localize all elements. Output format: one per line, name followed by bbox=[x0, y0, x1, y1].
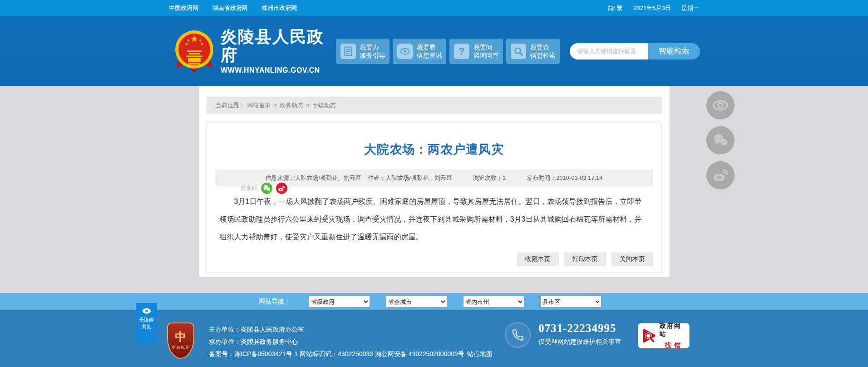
eye-icon bbox=[142, 307, 152, 314]
party-gov-agency-badge[interactable]: 中 党政机关 bbox=[167, 322, 194, 359]
site-nav-bar: 网站导航： 省级政府 省会城市 省内市州 县市区 bbox=[0, 293, 868, 310]
organizer-line: 主办单位：炎陵县人民政府办公室 bbox=[209, 323, 493, 336]
share-label: 分享到 bbox=[241, 184, 257, 192]
meta-views: 浏览次数：1 bbox=[473, 174, 506, 182]
quick-button-information[interactable]: 我要看信息资讯 bbox=[393, 39, 446, 64]
phone-note: 仅受理网站建设维护相关事宜 bbox=[538, 338, 621, 346]
agency-badge-label: 党政机关 bbox=[172, 345, 190, 351]
undertaker-line: 承办单位：炎陵县政务服务中心 bbox=[209, 336, 493, 348]
weibo-share-icon[interactable] bbox=[276, 183, 287, 194]
wechat-share-icon[interactable] bbox=[261, 183, 272, 194]
content-panel: 当前位置： 网站首页 > 政务动态 > 乡镇动态 大院农场：两农户遭风灾 信息来… bbox=[199, 86, 670, 277]
link-hunan-gov[interactable]: 湖南省政府网 bbox=[212, 5, 247, 11]
smart-search-button[interactable]: 智能检索 bbox=[648, 43, 700, 60]
agency-badge-emblem-icon: 中 bbox=[175, 331, 187, 343]
site-nav-label: 网站导航： bbox=[259, 298, 291, 306]
error-badge-subtitle: 找错 bbox=[660, 342, 686, 350]
phone-text: 0731-22234995 仅受理网站建设维护相关事宜 bbox=[538, 322, 621, 346]
filing-line: 备案号：湘ICP备05003421号-1 网站标识码：4302250033 湘公… bbox=[209, 348, 493, 360]
breadcrumb: 当前位置： 网站首页 > 政务动态 > 乡镇动态 bbox=[207, 97, 662, 114]
weibo-icon[interactable] bbox=[706, 161, 735, 189]
breadcrumb-separator: > bbox=[274, 102, 277, 109]
close-page-button[interactable]: 关闭本页 bbox=[612, 253, 653, 266]
accessibility-eye-icon[interactable] bbox=[706, 91, 735, 119]
accessibility-label: 无障碍 bbox=[139, 317, 154, 322]
quick-button-title: 我要查 bbox=[530, 44, 549, 51]
topbar-right: 简/ 繁 2021年5月3日 星期一 bbox=[598, 4, 699, 12]
breadcrumb-gov-news[interactable]: 政务动态 bbox=[280, 101, 303, 109]
wechat-icon[interactable] bbox=[706, 126, 735, 154]
article-actions: 收藏本页 打印本页 关闭本页 bbox=[512, 253, 653, 266]
search-icon bbox=[511, 44, 526, 59]
quick-button-title: 我要办 bbox=[360, 44, 379, 51]
breadcrumb-separator: > bbox=[306, 102, 310, 109]
gov-links: 中国政府网 湖南省政府网 株洲市政府网 bbox=[169, 4, 309, 12]
link-zhuzhou-gov[interactable]: 株洲市政府网 bbox=[261, 5, 297, 11]
site-url: WWW.HNYANLING.GOV.CN bbox=[221, 66, 336, 74]
error-badge-text: 政府网站 找错 bbox=[660, 322, 686, 350]
floating-side-tools bbox=[706, 91, 735, 196]
site-map-link[interactable]: 站点地图 bbox=[467, 350, 493, 357]
main-area: 当前位置： 网站首页 > 政务动态 > 乡镇动态 大院农场：两农户遭风灾 信息来… bbox=[0, 86, 868, 293]
breadcrumb-township-news[interactable]: 乡镇动态 bbox=[312, 101, 336, 109]
site-title-block: 炎陵县人民政府 WWW.HNYANLING.GOV.CN bbox=[221, 28, 336, 74]
error-report-logo-icon bbox=[641, 327, 657, 345]
site-header: 炎陵县人民政府 WWW.HNYANLING.GOV.CN 我要办服务引导 我要看… bbox=[0, 16, 868, 86]
meta-source: 信息来源：大院农场/项勤花、刘云喜 bbox=[265, 174, 361, 182]
phone-number: 0731-22234995 bbox=[538, 322, 621, 335]
search-input[interactable] bbox=[570, 43, 648, 60]
top-utility-bar: 中国政府网 湖南省政府网 株洲市政府网 简/ 繁 2021年5月3日 星期一 bbox=[0, 0, 868, 16]
quick-button-title: 我要看 bbox=[417, 44, 436, 51]
document-icon bbox=[340, 44, 356, 59]
quick-button-subtitle: 信息检索 bbox=[530, 52, 556, 59]
national-emblem-icon bbox=[174, 30, 214, 73]
current-date: 2021年5月3日 bbox=[633, 5, 671, 11]
footer-info: 主办单位：炎陵县人民政府办公室 承办单位：炎陵县政务服务中心 备案号：湘ICP备… bbox=[209, 323, 493, 360]
contact-phone-block: 0731-22234995 仅受理网站建设维护相关事宜 bbox=[505, 322, 621, 348]
error-badge-title: 政府网站 bbox=[660, 322, 686, 340]
quick-button-title: 我要问 bbox=[473, 44, 493, 51]
link-china-gov[interactable]: 中国政府网 bbox=[169, 5, 198, 11]
accessibility-label: 浏览 bbox=[142, 324, 152, 329]
quick-button-consult[interactable]: ? 我要问咨询问答 bbox=[449, 39, 503, 64]
gov-site-error-report-badge[interactable]: 政府网站 找错 bbox=[638, 323, 690, 348]
quick-button-service-guide[interactable]: 我要办服务引导 bbox=[336, 39, 390, 64]
current-weekday: 星期一 bbox=[681, 5, 699, 11]
nav-select-counties[interactable]: 县市区 bbox=[540, 296, 602, 307]
site-search: 智能检索 bbox=[570, 43, 700, 60]
quick-button-subtitle: 咨询问答 bbox=[473, 52, 499, 59]
simplified-traditional-toggle[interactable]: 简/ 繁 bbox=[607, 5, 622, 11]
phone-icon bbox=[505, 322, 531, 348]
site-footer: 无障碍浏览 中 党政机关 主办单位：炎陵县人民政府办公室 承办单位：炎陵县政务服… bbox=[0, 310, 868, 367]
nav-select-provincial-gov[interactable]: 省级政府 bbox=[309, 296, 370, 307]
question-icon: ? bbox=[454, 44, 469, 59]
site-logo[interactable]: 炎陵县人民政府 WWW.HNYANLING.GOV.CN bbox=[169, 28, 336, 74]
eye-icon bbox=[397, 44, 413, 59]
breadcrumb-label: 当前位置： bbox=[216, 101, 245, 109]
article-body-wrap: 分享到 3月1日午夜，一场大风掀翻了农场两户残疾、困难家庭的房屋屋顶，导致其房屋… bbox=[207, 186, 661, 246]
nav-select-province-cities[interactable]: 省内市州 bbox=[463, 296, 524, 307]
print-page-button[interactable]: 打印本页 bbox=[564, 253, 606, 266]
quick-button-subtitle: 信息资讯 bbox=[417, 52, 442, 59]
quick-service-buttons: 我要办服务引导 我要看信息资讯 ? 我要问咨询问答 我要查信息检索 bbox=[336, 39, 563, 64]
meta-author: 作者：大院农场/项勤花、刘云喜 bbox=[368, 174, 452, 182]
article-card: 大院农场：两农户遭风灾 信息来源：大院农场/项勤花、刘云喜 作者：大院农场/项勤… bbox=[207, 123, 662, 273]
accessibility-browse-button[interactable]: 无障碍浏览 bbox=[136, 303, 157, 344]
quick-button-subtitle: 服务引导 bbox=[360, 52, 385, 59]
bookmark-page-button[interactable]: 收藏本页 bbox=[517, 253, 559, 266]
nav-select-capital-cities[interactable]: 省会城市 bbox=[386, 296, 447, 307]
meta-publish-time: 发布时间：2010-03-03 17:14 bbox=[527, 174, 603, 182]
quick-button-retrieve[interactable]: 我要查信息检索 bbox=[506, 39, 560, 64]
site-name: 炎陵县人民政府 bbox=[221, 28, 336, 64]
article-title: 大院农场：两农户遭风灾 bbox=[207, 141, 661, 158]
breadcrumb-home[interactable]: 网站首页 bbox=[247, 101, 271, 109]
article-body: 3月1日午夜，一场大风掀翻了农场两户残疾、困难家庭的房屋屋顶，导致其房屋无法居住… bbox=[220, 193, 649, 246]
share-bar: 分享到 bbox=[241, 183, 291, 194]
